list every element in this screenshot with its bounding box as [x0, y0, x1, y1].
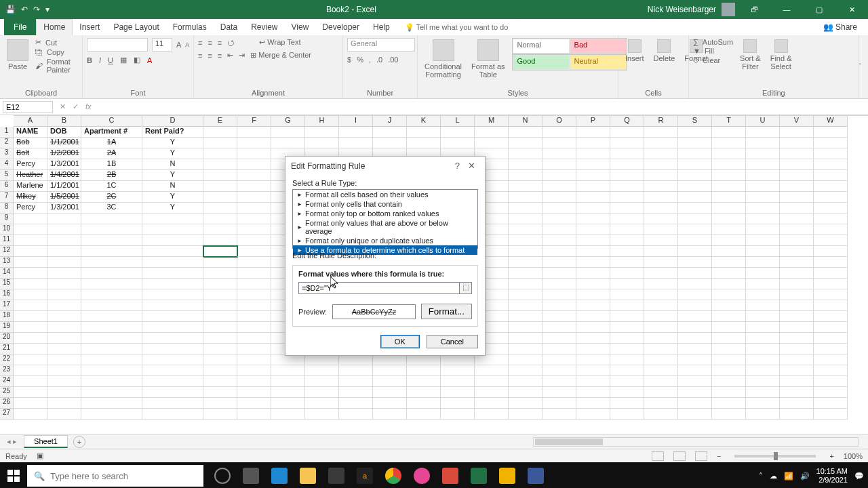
cell[interactable]: [237, 268, 271, 279]
decrease-indent-icon[interactable]: ⇤: [227, 51, 233, 60]
notifications-icon[interactable]: 💬: [854, 472, 864, 481]
cell[interactable]: [407, 376, 441, 387]
dialog-help-icon[interactable]: ?: [451, 161, 464, 171]
cell[interactable]: [746, 203, 780, 214]
cell[interactable]: [644, 376, 678, 387]
cell[interactable]: [610, 224, 644, 235]
cell[interactable]: [339, 365, 373, 376]
cell[interactable]: [339, 398, 373, 409]
cell[interactable]: [81, 246, 142, 257]
cell[interactable]: [814, 224, 848, 235]
cell[interactable]: [339, 376, 373, 387]
cell[interactable]: [237, 279, 271, 289]
cell[interactable]: [237, 354, 271, 365]
cell[interactable]: [610, 148, 644, 159]
cell[interactable]: [576, 224, 610, 235]
cell[interactable]: [780, 322, 814, 333]
cell[interactable]: [610, 268, 644, 279]
cell[interactable]: [14, 344, 47, 354]
row-header[interactable]: 12: [0, 246, 14, 257]
cell[interactable]: [47, 409, 81, 420]
sort-filter-button[interactable]: Sort & Filter: [737, 38, 764, 72]
cell[interactable]: [237, 192, 271, 203]
cell[interactable]: [746, 235, 780, 246]
cell[interactable]: [712, 365, 746, 376]
row-header[interactable]: 16: [0, 289, 14, 300]
cell[interactable]: [509, 127, 542, 138]
cell[interactable]: [407, 398, 441, 409]
cell[interactable]: [542, 398, 576, 409]
cell[interactable]: [203, 279, 237, 289]
name-box[interactable]: [3, 101, 53, 113]
cell[interactable]: [81, 279, 142, 289]
cell[interactable]: [610, 365, 644, 376]
cell[interactable]: [542, 365, 576, 376]
cell[interactable]: [542, 300, 576, 311]
cell[interactable]: [814, 257, 848, 268]
cell[interactable]: Mikey: [14, 192, 47, 203]
column-header[interactable]: O: [542, 116, 576, 127]
cell[interactable]: [47, 235, 81, 246]
cell[interactable]: [678, 289, 712, 300]
column-header[interactable]: P: [576, 116, 610, 127]
cell[interactable]: [142, 376, 203, 387]
app-icon-3[interactable]: [522, 462, 549, 488]
cell[interactable]: [509, 181, 542, 192]
cell[interactable]: [203, 354, 237, 365]
conditional-formatting-button[interactable]: Conditional Formatting: [422, 38, 465, 80]
cell[interactable]: 2C: [81, 192, 142, 203]
tab-file[interactable]: File: [4, 19, 36, 35]
cell[interactable]: [203, 203, 237, 214]
cell[interactable]: [814, 289, 848, 300]
font-size-combo[interactable]: 11: [152, 38, 172, 52]
fill-button[interactable]: ▼ Fill: [693, 47, 733, 55]
cell[interactable]: [576, 214, 610, 224]
normal-view-icon[interactable]: [652, 451, 664, 461]
column-header[interactable]: E: [203, 116, 237, 127]
app-icon-2[interactable]: [494, 462, 521, 488]
cell[interactable]: [644, 289, 678, 300]
task-view-icon[interactable]: [237, 462, 264, 488]
cell[interactable]: [576, 268, 610, 279]
page-break-view-icon[interactable]: [695, 451, 707, 461]
column-header[interactable]: L: [441, 116, 475, 127]
cell[interactable]: [237, 409, 271, 420]
cell[interactable]: [142, 387, 203, 398]
cell[interactable]: [610, 279, 644, 289]
cell[interactable]: [47, 376, 81, 387]
cell[interactable]: [610, 246, 644, 257]
cell[interactable]: [14, 398, 47, 409]
cell[interactable]: [576, 409, 610, 420]
row-header[interactable]: 4: [0, 159, 14, 170]
cell[interactable]: [780, 300, 814, 311]
cell[interactable]: [509, 192, 542, 203]
cell[interactable]: [542, 203, 576, 214]
cell[interactable]: [509, 279, 542, 289]
cell[interactable]: [780, 279, 814, 289]
cell[interactable]: [746, 148, 780, 159]
rule-type-item[interactable]: ►Format only unique or duplicate values: [293, 236, 477, 245]
cell[interactable]: Heather: [14, 170, 47, 181]
cell[interactable]: [203, 235, 237, 246]
tell-me[interactable]: 💡 Tell me what you want to do: [405, 23, 509, 32]
cell[interactable]: [47, 257, 81, 268]
cell[interactable]: [746, 409, 780, 420]
cell[interactable]: [780, 214, 814, 224]
cell[interactable]: [712, 344, 746, 354]
column-header[interactable]: V: [780, 116, 814, 127]
cell[interactable]: [271, 138, 305, 148]
cell[interactable]: Bolt: [14, 148, 47, 159]
cell[interactable]: [542, 279, 576, 289]
cell[interactable]: [576, 344, 610, 354]
cell[interactable]: [678, 365, 712, 376]
cell[interactable]: [14, 214, 47, 224]
cell[interactable]: [203, 311, 237, 322]
tab-data[interactable]: Data: [214, 19, 244, 35]
cell[interactable]: [407, 409, 441, 420]
cell[interactable]: [509, 246, 542, 257]
cell[interactable]: [678, 127, 712, 138]
cell[interactable]: [339, 138, 373, 148]
cell[interactable]: [610, 203, 644, 214]
cell[interactable]: [814, 322, 848, 333]
cell[interactable]: [814, 300, 848, 311]
